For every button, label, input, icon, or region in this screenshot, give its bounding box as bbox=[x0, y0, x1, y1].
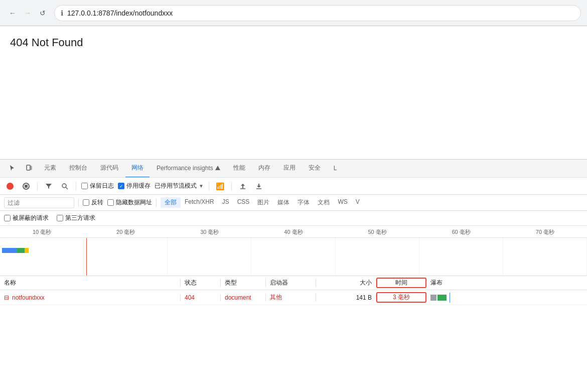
type-buttons: 全部 Fetch/XHR JS CSS 图片 媒体 字体 文档 WS V bbox=[161, 197, 364, 208]
filter-button[interactable] bbox=[43, 180, 55, 192]
timeline-label-10: 10 毫秒 bbox=[0, 226, 84, 237]
address-bar[interactable]: ℹ 127.0.0.1:8787/index/notfoundxxx bbox=[54, 5, 581, 21]
grid-col-5 bbox=[336, 238, 419, 276]
filter-divider-2 bbox=[156, 198, 157, 207]
tab-security[interactable]: 安全 bbox=[303, 160, 327, 178]
stop-icon bbox=[23, 183, 30, 190]
svg-point-2 bbox=[62, 184, 66, 188]
cell-status: 404 bbox=[181, 294, 221, 301]
tab-network[interactable]: 网络 bbox=[125, 160, 150, 178]
type-btn-fetch-xhr[interactable]: Fetch/XHR bbox=[181, 197, 218, 208]
svg-rect-1 bbox=[31, 166, 32, 170]
timeline-bar-orange bbox=[25, 248, 29, 253]
filter-input[interactable] bbox=[4, 197, 74, 208]
timeline-bar-blue bbox=[2, 248, 17, 253]
timeline-label-20: 20 毫秒 bbox=[84, 226, 168, 237]
address-text: 127.0.0.1:8787/index/notfoundxxx bbox=[67, 9, 173, 17]
cell-waterfall bbox=[426, 293, 587, 303]
type-btn-all[interactable]: 全部 bbox=[161, 197, 181, 208]
info-icon: ℹ bbox=[61, 9, 63, 17]
tab-elements[interactable]: 元素 bbox=[38, 160, 62, 178]
blocked-checkbox[interactable]: 被屏蔽的请求 bbox=[4, 214, 49, 222]
disable-cache-checkbox[interactable]: 停用缓存 bbox=[118, 182, 151, 190]
tab-memory[interactable]: 内存 bbox=[252, 160, 276, 178]
col-header-waterfall[interactable]: 瀑布 bbox=[426, 279, 587, 287]
devtools-device-icon-tab[interactable] bbox=[21, 160, 37, 178]
devtools-cursor-icon-tab[interactable] bbox=[4, 160, 20, 178]
type-btn-ws[interactable]: WS bbox=[334, 197, 351, 208]
grid-col-2 bbox=[84, 238, 168, 276]
cell-type: document bbox=[221, 294, 266, 301]
error-icon: ⊟ bbox=[4, 294, 9, 301]
type-btn-doc[interactable]: 文档 bbox=[314, 197, 334, 208]
tab-console[interactable]: 控制台 bbox=[63, 160, 93, 178]
reload-button[interactable]: ↺ bbox=[36, 7, 49, 20]
col-header-type[interactable]: 类型 bbox=[221, 279, 266, 287]
svg-rect-0 bbox=[27, 165, 30, 170]
timeline-label-70: 70 毫秒 bbox=[503, 226, 587, 237]
dropdown-arrow-icon: ▼ bbox=[199, 183, 204, 189]
tab-sources[interactable]: 源代码 bbox=[94, 160, 124, 178]
type-btn-font[interactable]: 字体 bbox=[294, 197, 314, 208]
filter-row: 反转 隐藏数据网址 全部 Fetch/XHR JS CSS 图片 媒体 字体 文… bbox=[0, 195, 587, 211]
col-header-status[interactable]: 状态 bbox=[181, 279, 221, 287]
hide-data-urls-checkbox[interactable]: 隐藏数据网址 bbox=[107, 198, 152, 207]
upload-button[interactable] bbox=[237, 180, 249, 192]
browser-chrome: ← → ↺ ℹ 127.0.0.1:8787/index/notfoundxxx bbox=[0, 0, 587, 26]
col-header-time[interactable]: 时间 bbox=[376, 278, 426, 288]
col-header-initiator[interactable]: 启动器 bbox=[266, 279, 316, 287]
not-found-title: 404 Not Found bbox=[10, 36, 577, 49]
waterfall-bar-gray bbox=[430, 295, 436, 301]
timeline-label-30: 30 毫秒 bbox=[168, 226, 251, 237]
timeline-grid bbox=[0, 238, 587, 276]
wifi-button[interactable]: 📶 bbox=[214, 180, 226, 192]
timeline-vertical-line bbox=[86, 238, 87, 276]
throttle-dropdown[interactable]: 已停用节流模式 ▼ bbox=[155, 182, 204, 190]
stop-button[interactable] bbox=[20, 180, 32, 192]
page-content: 404 Not Found bbox=[0, 26, 587, 159]
toolbar-divider-1 bbox=[37, 182, 38, 191]
tab-performance-insights[interactable]: Performance insights bbox=[151, 160, 226, 178]
third-party-checkbox[interactable]: 第三方请求 bbox=[57, 214, 95, 222]
timeline-bar-green bbox=[17, 248, 25, 253]
type-btn-js[interactable]: JS bbox=[218, 197, 233, 208]
timeline-label-60: 60 毫秒 bbox=[419, 226, 503, 237]
forward-button[interactable]: → bbox=[21, 7, 34, 20]
tab-application[interactable]: 应用 bbox=[277, 160, 302, 178]
col-header-size[interactable]: 大小 bbox=[316, 279, 376, 287]
cell-size: 141 B bbox=[316, 294, 376, 301]
devtools-tab-bar: 元素 控制台 源代码 网络 Performance insights 性能 内存… bbox=[0, 160, 587, 178]
wifi-icon: 📶 bbox=[216, 182, 224, 190]
back-button[interactable]: ← bbox=[6, 7, 19, 20]
record-icon bbox=[7, 183, 14, 190]
waterfall-bar-green bbox=[437, 295, 447, 301]
filter-divider-1 bbox=[78, 198, 79, 207]
reverse-checkbox[interactable]: 反转 bbox=[83, 198, 103, 207]
timeline-label-50: 50 毫秒 bbox=[336, 226, 419, 237]
cone-icon bbox=[215, 166, 220, 170]
record-button[interactable] bbox=[4, 180, 16, 192]
timeline-label-40: 40 毫秒 bbox=[251, 226, 335, 237]
col-header-name[interactable]: 名称 bbox=[0, 279, 181, 287]
type-btn-media[interactable]: 媒体 bbox=[273, 197, 294, 208]
type-btn-img[interactable]: 图片 bbox=[253, 197, 273, 208]
checked-icon bbox=[118, 183, 124, 189]
svg-line-3 bbox=[66, 187, 68, 189]
grid-col-3 bbox=[168, 238, 251, 276]
grid-col-1 bbox=[0, 238, 84, 276]
cell-initiator: 其他 bbox=[266, 293, 316, 302]
type-btn-v[interactable]: V bbox=[352, 197, 364, 208]
table-row[interactable]: ⊟ notfoundxxx 404 document 其他 141 B 3 毫秒 bbox=[0, 290, 587, 305]
search-button[interactable] bbox=[59, 180, 71, 192]
tab-performance[interactable]: 性能 bbox=[227, 160, 251, 178]
toolbar-divider-2 bbox=[76, 182, 76, 191]
grid-col-7 bbox=[503, 238, 587, 276]
tab-more[interactable]: L bbox=[328, 160, 343, 178]
timeline-labels: 10 毫秒 20 毫秒 30 毫秒 40 毫秒 50 毫秒 60 毫秒 70 毫… bbox=[0, 226, 587, 237]
waterfall-bar-blue-line bbox=[450, 293, 450, 303]
timeline-body bbox=[0, 238, 587, 276]
grid-col-4 bbox=[251, 238, 335, 276]
download-button[interactable] bbox=[253, 180, 265, 192]
type-btn-css[interactable]: CSS bbox=[233, 197, 254, 208]
preserve-log-checkbox[interactable]: 保留日志 bbox=[81, 182, 114, 190]
